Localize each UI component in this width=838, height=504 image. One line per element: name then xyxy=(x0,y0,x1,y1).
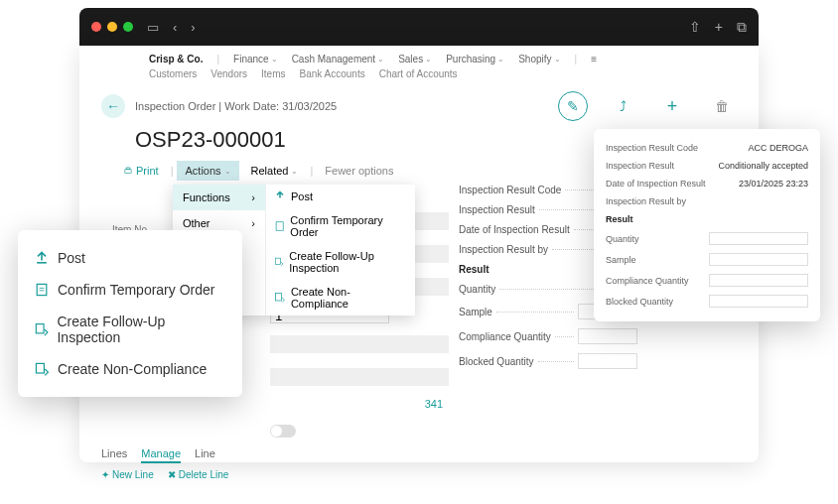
lbl-code: Inspection Result Code xyxy=(459,185,561,195)
lbl-comp: Compliance Quantity xyxy=(459,331,551,342)
dd-post[interactable]: Post xyxy=(266,185,415,208)
tab-line[interactable]: Line xyxy=(195,447,215,463)
lbl-by: Inspection Result by xyxy=(459,244,548,255)
actions-menu[interactable]: Actions ⌄ xyxy=(177,161,238,181)
macos-titlebar: ▭ ‹ › ⇧ + ⧉ xyxy=(79,8,759,46)
pm-followup[interactable]: Create Follow-Up Inspection xyxy=(34,306,226,353)
subnav-vendors[interactable]: Vendors xyxy=(210,68,247,79)
tab-manage[interactable]: Manage xyxy=(141,447,181,463)
pd-code-lbl: Inspection Result Code xyxy=(606,143,698,153)
nav-shopify[interactable]: Shopify⌄ xyxy=(518,54,560,64)
maximize-dot[interactable] xyxy=(123,22,133,32)
pd-comp-lbl: Compliance Quantity xyxy=(606,276,689,286)
related-menu[interactable]: Related ⌄ xyxy=(243,161,307,181)
svg-rect-3 xyxy=(275,258,280,264)
toggle-switch[interactable] xyxy=(270,425,296,438)
inp-comp[interactable] xyxy=(578,328,637,344)
pd-date-val: 23/01/2025 23:23 xyxy=(739,179,808,189)
tabs-icon[interactable]: ⧉ xyxy=(737,19,747,36)
breadcrumb: Inspection Order | Work Date: 31/03/2025 xyxy=(135,100,337,112)
new-line-button[interactable]: ✦New Line xyxy=(101,469,154,480)
nav-cash[interactable]: Cash Management⌄ xyxy=(292,54,385,64)
close-dot[interactable] xyxy=(91,22,101,32)
pd-comp-inp[interactable] xyxy=(709,274,808,287)
input-block-4[interactable] xyxy=(270,335,449,353)
add-tab-icon[interactable]: + xyxy=(715,19,723,36)
pd-result-lbl: Inspection Result xyxy=(606,161,674,171)
svg-rect-1 xyxy=(126,168,130,170)
subnav-coa[interactable]: Chart of Accounts xyxy=(379,68,458,79)
pm-post[interactable]: Post xyxy=(34,242,226,274)
svg-rect-2 xyxy=(276,222,283,231)
lbl-sample: Sample xyxy=(459,307,492,317)
input-block-5[interactable] xyxy=(270,368,449,386)
pd-sample-inp[interactable] xyxy=(709,253,808,266)
subnav-bank[interactable]: Bank Accounts xyxy=(300,68,365,79)
pd-qty-lbl: Quantity xyxy=(606,234,639,244)
lbl-result: Inspection Result xyxy=(459,204,535,215)
nav-finance[interactable]: Finance⌄ xyxy=(233,54,278,64)
nav-fwd-icon[interactable]: › xyxy=(191,20,195,35)
nav-purchasing[interactable]: Purchasing⌄ xyxy=(446,54,504,64)
pd-by-lbl: Inspection Result by xyxy=(606,196,686,206)
inp-blocked[interactable] xyxy=(578,353,637,369)
pd-code-val: ACC DEROGA xyxy=(748,143,808,153)
pd-result-b: Result xyxy=(606,214,633,224)
sidebar-icon[interactable]: ▭ xyxy=(147,20,159,35)
edit-icon[interactable]: ✎ xyxy=(558,91,588,121)
subnav-customers[interactable]: Customers xyxy=(149,68,197,79)
svg-rect-0 xyxy=(125,170,131,174)
tab-lines[interactable]: Lines xyxy=(101,447,127,463)
nav-more[interactable]: ≡ xyxy=(591,54,597,64)
svg-rect-6 xyxy=(36,324,44,333)
lbl-blocked: Blocked Quantity xyxy=(459,356,534,367)
lbl-result-b: Result xyxy=(459,264,489,275)
dd-followup[interactable]: Create Follow-Up Inspection xyxy=(266,244,415,280)
delete-line-button[interactable]: ✖Delete Line xyxy=(168,469,229,480)
pd-blocked-inp[interactable] xyxy=(709,295,808,308)
lbl-date: Date of Inspection Result xyxy=(459,224,570,235)
window-controls xyxy=(91,22,133,32)
nav-back-icon[interactable]: ‹ xyxy=(173,20,177,35)
svg-rect-5 xyxy=(37,284,47,295)
minimize-dot[interactable] xyxy=(107,22,117,32)
pm-confirm[interactable]: Confirm Temporary Order xyxy=(34,274,226,306)
brand-name[interactable]: Crisp & Co. xyxy=(149,54,203,64)
pm-noncomp[interactable]: Create Non-Compliance xyxy=(34,353,226,385)
back-button[interactable]: ← xyxy=(101,94,125,118)
add-icon[interactable]: + xyxy=(657,91,687,121)
subnav-items[interactable]: Items xyxy=(261,68,285,79)
pd-qty-inp[interactable] xyxy=(709,232,808,245)
detail-popout: Inspection Result CodeACC DEROGA Inspect… xyxy=(594,129,820,321)
share-icon[interactable]: ⤴ xyxy=(608,91,637,121)
pd-blocked-lbl: Blocked Quantity xyxy=(606,297,673,307)
upload-icon[interactable]: ⇧ xyxy=(689,19,701,36)
delete-icon[interactable]: 🗑 xyxy=(707,91,737,121)
dd-confirm[interactable]: Confirm Temporary Order xyxy=(266,208,415,244)
actions-popout: Post Confirm Temporary Order Create Foll… xyxy=(18,230,242,397)
pd-date-lbl: Date of Inspection Result xyxy=(606,179,706,189)
nav-sales[interactable]: Sales⌄ xyxy=(398,54,432,64)
dd-noncomp[interactable]: Create Non-Compliance xyxy=(266,280,415,315)
pd-result-val: Conditionally accepted xyxy=(718,161,808,171)
svg-rect-7 xyxy=(36,363,44,373)
svg-rect-4 xyxy=(275,294,281,301)
dd-functions[interactable]: Functions› xyxy=(173,185,265,210)
value-341: 341 xyxy=(270,398,449,410)
print-button[interactable]: Print xyxy=(115,161,167,181)
sub-tabs: Lines Manage Line xyxy=(101,447,737,463)
lbl-qty: Quantity xyxy=(459,284,495,295)
top-navigation: Crisp & Co. | Finance⌄ Cash Management⌄ … xyxy=(79,46,759,83)
fewer-options[interactable]: Fewer options xyxy=(317,161,401,181)
pd-sample-lbl: Sample xyxy=(606,255,636,265)
